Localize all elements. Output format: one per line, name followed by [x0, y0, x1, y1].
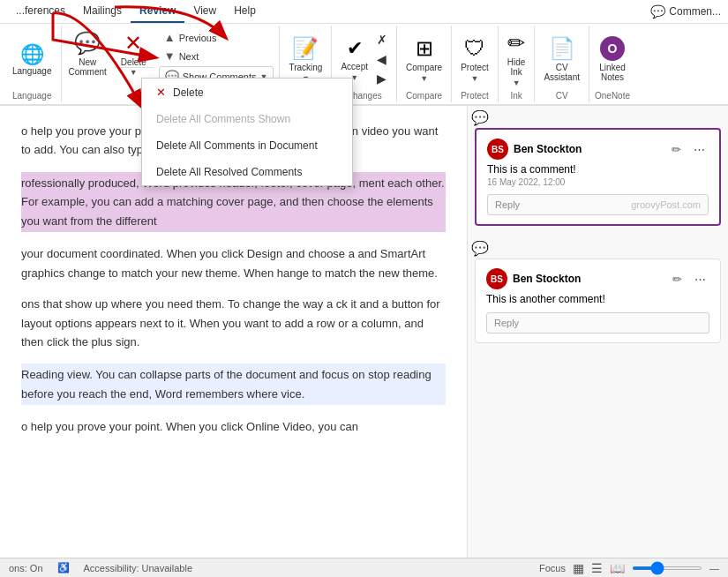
comment-2-more-button[interactable]: ⋯	[691, 271, 709, 288]
protect-arrow: ▼	[471, 74, 479, 83]
delete-resolved-label: Delete All Resolved Comments	[156, 166, 302, 178]
new-comment-icon: 💬	[74, 31, 101, 56]
previous-button[interactable]: ▲ Previous	[159, 29, 274, 46]
main-area: o help you prove your point. When you cl…	[0, 106, 728, 558]
previous-label: Previous	[179, 33, 217, 43]
tab-mailings[interactable]: Mailings	[74, 0, 131, 23]
comment-2-edit-button[interactable]: ✏	[669, 271, 686, 288]
protect-icon: 🛡	[464, 36, 485, 61]
comment-2-author: Ben Stockton	[513, 273, 664, 285]
language-label: Language	[12, 66, 52, 76]
status-accessibility-icon: ♿	[57, 562, 70, 573]
new-comment-label: New Comment	[69, 57, 107, 77]
comment-1-reply-label: Reply	[495, 199, 520, 210]
comment-1-edit-button[interactable]: ✏	[668, 141, 685, 158]
comment-1-header: BS Ben Stockton ✏ ⋯	[487, 139, 709, 160]
dropdown-item-delete-shown: Delete All Comments Shown	[142, 106, 352, 132]
dropdown-item-delete-resolved[interactable]: Delete All Resolved Comments	[142, 159, 352, 185]
comment-1-date: 16 May 2022, 12:00	[487, 177, 709, 187]
comment-2-text: This is another comment!	[486, 293, 709, 305]
delete-item-label: Delete	[173, 86, 204, 99]
cv-label: CV Assistant	[544, 63, 580, 82]
language-group-label: Language	[12, 91, 52, 101]
prev-change-button[interactable]: ◀	[373, 50, 391, 68]
comment-indicator-icon: 💬	[650, 4, 665, 19]
zoom-slider[interactable]	[632, 566, 702, 570]
ink-group-label: Ink	[510, 91, 522, 101]
comment-2-avatar: BS	[486, 268, 507, 289]
delete-dropdown-arrow: ▼	[130, 68, 138, 77]
comment-1-text: This is a comment!	[487, 163, 709, 176]
compare-button[interactable]: ⊞ Compare ▼	[402, 33, 446, 86]
comment-card-1: BS Ben Stockton ✏ ⋯ This is a comment! 1…	[475, 128, 721, 226]
compare-group-label: Compare	[406, 91, 442, 101]
comment-1-groovy-label: groovyPost.com	[631, 199, 701, 210]
comment-2-reply-label: Reply	[494, 318, 519, 328]
delete-shown-label: Delete All Comments Shown	[156, 113, 290, 125]
focus-button[interactable]: Focus	[539, 563, 566, 573]
cv-icon: 📄	[549, 36, 575, 61]
comment-1-reply-box[interactable]: Reply groovyPost.com	[487, 194, 709, 215]
ribbon-group-protect: 🛡 Protect ▼ Protect	[452, 26, 499, 102]
compare-arrow: ▼	[420, 74, 428, 83]
linked-notes-label: Linked Notes	[599, 63, 625, 82]
status-bar: ons: On ♿ Accessibility: Unavailable Foc…	[0, 558, 728, 577]
comment-bubble-icon-1: 💬	[468, 109, 728, 126]
protect-button[interactable]: 🛡 Protect ▼	[457, 33, 492, 86]
protect-label: Protect	[461, 63, 489, 72]
ribbon-group-compare: ⊞ Compare ▼ Compare	[397, 26, 452, 102]
ribbon-content: 🌐 Language Language 💬 New Comment ✕ Dele…	[0, 24, 728, 106]
hide-ink-button[interactable]: ✏ Hide Ink ▼	[504, 27, 529, 91]
status-right: Focus ▦ ☰ 📖 —	[539, 561, 719, 575]
delete-document-label: Delete All Comments in Document	[156, 139, 318, 152]
next-label: Next	[179, 51, 199, 62]
comments-panel: 💬 BS Ben Stockton ✏ ⋯ This is a comment!…	[468, 106, 728, 558]
doc-paragraph-2: your document coordinated. When you clic…	[21, 244, 446, 282]
tracking-label: Tracking	[289, 63, 322, 72]
prev-change-icon: ◀	[377, 52, 387, 66]
language-icon: 🌐	[20, 43, 44, 66]
accept-icon: ✔	[347, 37, 363, 60]
reject-button[interactable]: ✗	[373, 31, 391, 49]
new-comment-button[interactable]: 💬 New Comment	[65, 27, 110, 80]
ribbon-group-cv: 📄 CV Assistant CV	[535, 26, 589, 102]
protect-group-label: Protect	[461, 91, 489, 101]
delete-dropdown-menu: ✕ Delete Delete All Comments Shown Delet…	[141, 78, 353, 186]
next-button[interactable]: ▼ Next	[159, 48, 274, 64]
comment-indicator-label: Commen...	[669, 5, 721, 18]
cv-assistant-button[interactable]: 📄 CV Assistant	[540, 33, 583, 86]
tab-review[interactable]: Review	[131, 0, 184, 23]
hide-ink-icon: ✏	[507, 31, 525, 56]
cv-group-label: CV	[556, 91, 568, 101]
tab-help[interactable]: Help	[225, 0, 265, 23]
doc-paragraph-3: ons that show up where you need them. To…	[21, 295, 446, 351]
dropdown-item-delete-document[interactable]: Delete All Comments in Document	[142, 132, 352, 159]
reject-icon: ✗	[377, 33, 387, 47]
comment-2-reply-box[interactable]: Reply	[486, 312, 709, 333]
comment-1-more-button[interactable]: ⋯	[690, 141, 709, 158]
onenote-group-label: OneNote	[595, 91, 630, 101]
delete-label: Delete	[121, 57, 146, 67]
web-layout-button[interactable]: ☰	[591, 561, 603, 575]
delete-split-button: ✕ Delete ▼	[114, 27, 154, 80]
delete-main-button[interactable]: ✕ Delete	[114, 27, 154, 67]
ribbon-group-language: 🌐 Language Language	[4, 26, 62, 102]
doc-paragraph-4: Reading view. You can collapse parts of …	[21, 363, 446, 405]
comment-bubble-icon-2: 💬	[468, 240, 728, 257]
compare-icon: ⊞	[416, 36, 433, 61]
tab-view[interactable]: View	[184, 0, 225, 23]
print-layout-button[interactable]: ▦	[573, 561, 584, 575]
linked-notes-button[interactable]: O Linked Notes	[596, 33, 628, 86]
next-change-button[interactable]: ▶	[373, 70, 391, 87]
next-change-icon: ▶	[377, 71, 387, 86]
read-view-button[interactable]: 📖	[610, 561, 625, 575]
onenote-icon: O	[600, 36, 625, 61]
compare-label: Compare	[406, 63, 442, 72]
status-accessibility: Accessibility: Unavailable	[84, 563, 193, 573]
delete-icon: ✕	[124, 31, 142, 56]
ribbon-tabs: ...ferences Mailings Review View Help 💬 …	[0, 0, 728, 24]
language-button[interactable]: 🌐 Language	[9, 40, 56, 79]
dropdown-item-delete[interactable]: ✕ Delete	[142, 79, 352, 106]
tab-ferences[interactable]: ...ferences	[7, 0, 74, 23]
zoom-level: —	[709, 563, 719, 573]
